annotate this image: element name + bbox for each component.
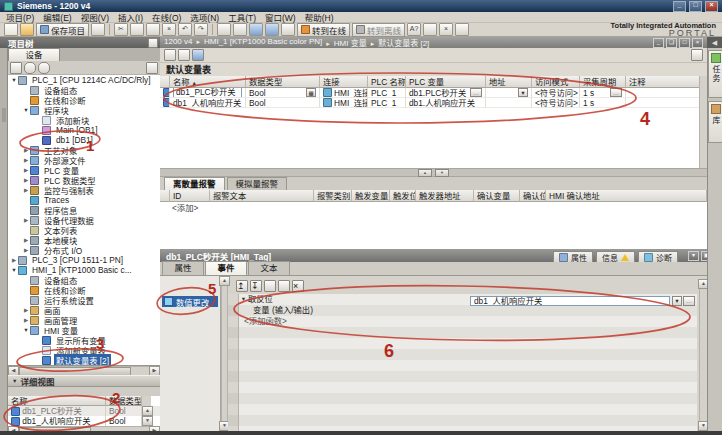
move-up-icon[interactable]: ↥ (236, 280, 248, 292)
export-icon[interactable] (192, 49, 204, 61)
panel-dock-icon[interactable]: ▾ (688, 251, 699, 261)
expander-icon[interactable] (22, 187, 30, 193)
save-project-button[interactable]: 保存项目 (36, 23, 89, 37)
open-project-icon[interactable] (20, 23, 34, 36)
col-alarm-text[interactable]: 报警文本 (210, 190, 314, 202)
col-trigger-tag[interactable]: 触发变量 (352, 190, 390, 202)
browse-icon[interactable]: ▦ (306, 88, 316, 97)
close-icon[interactable]: × (705, 1, 718, 12)
close-all-icon[interactable]: × (439, 23, 453, 36)
editor-close-icon[interactable]: × (692, 38, 703, 48)
expander-icon[interactable] (22, 157, 30, 163)
tree-horizontal-scrollbar[interactable]: ◀▶ (8, 366, 160, 375)
expander-icon[interactable] (10, 77, 18, 83)
tree-filter-icon[interactable] (10, 62, 22, 74)
menu-item[interactable]: 窗口(W) (265, 11, 296, 23)
breadcrumb-segment[interactable]: HMI 变量 (322, 37, 366, 48)
tag-table-scrollbar[interactable] (699, 76, 707, 168)
split-editor-icon[interactable] (455, 23, 469, 36)
tab-discrete-alarms[interactable]: 离散量报警 (164, 177, 225, 190)
browse-dots-icon[interactable]: … (470, 88, 482, 97)
tag-name-field[interactable]: db1_PLC秒开关 (173, 88, 242, 98)
expand-all-icon[interactable] (264, 280, 276, 292)
editor-minimize-icon[interactable]: _ (653, 38, 664, 48)
menu-item[interactable]: 插入(I) (118, 11, 143, 23)
col-address[interactable]: 地址 (486, 76, 532, 88)
expander-icon[interactable] (22, 107, 30, 113)
tree-item[interactable]: HMI_1 [KTP1000 Basic c... (8, 265, 160, 275)
expander-icon[interactable]: ▼ (239, 294, 248, 305)
col-name[interactable]: 名称▲ (170, 76, 246, 88)
go-offline-button[interactable]: 转到离线 (352, 23, 405, 37)
expander-icon[interactable] (22, 327, 30, 333)
menu-item[interactable]: 选项(N) (190, 11, 219, 23)
col-ack-tag[interactable]: 确认变量 (474, 190, 520, 202)
col-alarm-class[interactable]: 报警类别 (314, 190, 352, 202)
expander-icon[interactable] (22, 147, 30, 153)
tab-libraries[interactable]: 库 (708, 101, 722, 143)
tree-item[interactable]: 画面管理 (8, 315, 160, 325)
col-connection[interactable]: 连接 (320, 76, 368, 88)
breadcrumb-segment[interactable]: 默认变量表 [2] (367, 37, 430, 48)
function-value-field[interactable]: db1_人机响应开关 (470, 296, 670, 306)
event-item-value-change[interactable]: 数值更改 (162, 296, 218, 307)
tree-settings-icon[interactable] (146, 62, 158, 74)
expander-icon[interactable] (22, 317, 30, 323)
expander-icon[interactable] (22, 167, 30, 173)
expander-icon[interactable] (10, 257, 18, 263)
delete-function-icon[interactable]: × (292, 280, 304, 292)
menu-item[interactable]: 帮助(H) (305, 11, 334, 23)
col-hmi-ack-address[interactable]: HMI 确认地址 (546, 190, 707, 202)
expander-icon[interactable] (22, 177, 30, 183)
expander-icon[interactable] (22, 217, 30, 223)
table-layout-icon[interactable] (691, 49, 703, 61)
alarm-add-row[interactable]: <添加> (160, 202, 707, 212)
detail-row[interactable]: db1_人机响应开关 Bool ▼ (8, 416, 160, 426)
scroll-down-icon[interactable]: ▼ (142, 416, 153, 426)
editor-maximize-icon[interactable]: □ (679, 38, 690, 48)
function-parameter-row[interactable]: 变量 (输入/输出) (239, 305, 697, 316)
undo-icon[interactable]: ↶ (178, 23, 192, 36)
cross-reference-icon[interactable] (423, 23, 437, 36)
print-icon[interactable] (91, 23, 105, 36)
tree-collapse-icon[interactable] (38, 62, 50, 74)
tab-events[interactable]: 事件 (205, 261, 247, 275)
menu-item[interactable]: 项目(P) (6, 11, 34, 23)
detail-view-header[interactable]: ▼ 详细视图 (8, 375, 160, 387)
tree-item[interactable]: 监控与强制表 (8, 185, 160, 195)
tree-item[interactable]: Traces (8, 195, 160, 205)
tree-item[interactable]: 在线和诊断 (8, 95, 160, 105)
col-cycle[interactable]: 采集周期 (580, 76, 626, 88)
splitter-down-icon[interactable]: ▼ (435, 169, 449, 177)
col-plc-tag[interactable]: PLC 变量 (406, 76, 486, 88)
menu-item[interactable]: 工具(T) (228, 11, 256, 23)
expander-icon[interactable] (22, 237, 30, 243)
tag-row[interactable]: db1_PLC秒开关 Bool▦ HMI_连接_1▼ PLC_1 db1.PLC… (160, 88, 707, 98)
collapse-right-panel-icon[interactable]: ◀ (707, 37, 722, 48)
expander-icon[interactable] (22, 307, 30, 313)
browse-dots-icon[interactable]: … (610, 88, 622, 97)
tab-tasks[interactable]: 任务 (708, 50, 722, 98)
tree-item[interactable]: 添加新块 (8, 115, 160, 125)
breadcrumb-segment[interactable]: HMI_1 [KTP1000 Basic color PN] (192, 37, 322, 48)
dropdown-icon[interactable]: ▼ (518, 88, 528, 97)
maximize-icon[interactable]: □ (689, 1, 702, 12)
tree-item[interactable]: 外部源文件 (8, 155, 160, 165)
editor-splitter[interactable]: ▲ ▼ (160, 168, 707, 177)
move-down-icon[interactable]: ↧ (250, 280, 262, 292)
copy-icon[interactable] (130, 23, 144, 36)
tree-item[interactable]: PLC_3 [CPU 1511-1 PN] (8, 255, 160, 265)
col-access-mode[interactable]: 访问模式 (532, 76, 580, 88)
add-function-row[interactable]: <添加函数> (239, 316, 697, 327)
upload-icon[interactable] (265, 23, 279, 36)
tab-devices[interactable]: 设备 (8, 48, 60, 61)
go-online-button[interactable]: 转到在线 (297, 23, 350, 37)
browse-dots-icon[interactable]: … (683, 296, 695, 306)
tree-item[interactable]: 画面 (8, 305, 160, 315)
insert-row-icon[interactable] (164, 49, 176, 61)
pin-icon[interactable] (148, 38, 158, 48)
tree-item[interactable]: 运行系统设置 (8, 295, 160, 305)
tree-item[interactable]: 设备代理数据 (8, 215, 160, 225)
tag-row[interactable]: db1_人机响应开关 Bool HMI_连接_1 PLC_1 db1.人机响应开… (160, 98, 707, 108)
col-ack-bit[interactable]: 确认位 (520, 190, 546, 202)
